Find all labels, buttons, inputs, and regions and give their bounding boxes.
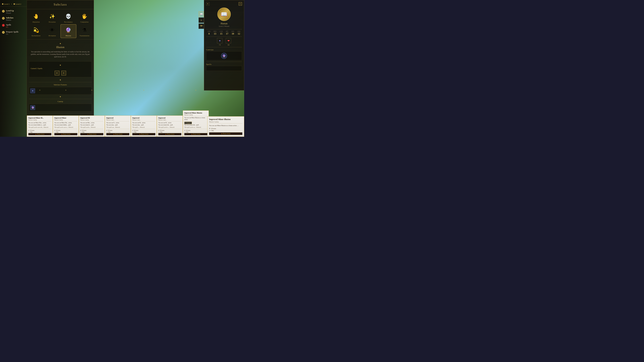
card1-range: ⇢ 18m xyxy=(28,131,51,133)
subclass-option-illusion[interactable]: 🔮 Illusion xyxy=(60,24,76,38)
nav-icon-book[interactable]: 📖 xyxy=(198,11,204,17)
hp-icon: ❤ xyxy=(226,38,231,43)
right-panel-header: ⇱ × xyxy=(206,2,242,5)
feature-card-4[interactable]: Improved Illusion Cantr... You can cast … xyxy=(105,115,131,137)
sidebar-item-subclass[interactable]: ✓ Subclass Illusion xyxy=(0,15,27,22)
feature-card-6[interactable]: Improved Illusion Cantr... You can cast … xyxy=(157,115,183,137)
abjuration-label: Abjuration xyxy=(32,21,40,23)
card7-body2: You can remain hid... spell. xyxy=(184,124,207,126)
card2-action: ▲ Bonus Action xyxy=(54,133,77,135)
expand-button[interactable]: ⇱ xyxy=(206,2,210,5)
sidebar-item-prepare-spells[interactable]: ✓ Prepare Spells 5/5 xyxy=(0,29,27,36)
cha-label: CHA xyxy=(237,31,240,32)
level1-label: Level 1 xyxy=(4,3,10,5)
card4-body2: You can rema... spell. xyxy=(106,124,129,126)
character-name: Human xyxy=(206,22,242,25)
close-button[interactable]: × xyxy=(239,2,242,5)
sidebar-item-prepare-name: Prepare Spells xyxy=(6,31,18,33)
card7-note: This spell can be ca... Silenced. xyxy=(184,126,207,128)
sidebar-item-level-up-wizard[interactable]: ✓ Level Up Wizard xyxy=(0,8,27,15)
level1-dot xyxy=(2,3,3,5)
character-portrait: 📖 xyxy=(217,7,231,21)
wis-label: WIS xyxy=(232,31,234,32)
tooltip-subtitle: Illusion Cantrip xyxy=(209,121,242,123)
dex-label: DEX xyxy=(214,31,216,32)
card4-turns: ⟳20 turns xyxy=(106,130,129,131)
subclass-option-divination[interactable]: 👁 Divination xyxy=(44,24,60,38)
str-label: STR xyxy=(208,31,210,32)
scroll-arrow-2: ▲ xyxy=(53,89,79,91)
level1-tab[interactable]: Level 1 xyxy=(2,3,10,5)
illusion-label: Illusion xyxy=(66,35,71,36)
check-icon-subclass: ✓ xyxy=(2,17,5,19)
add-spell-button-1[interactable]: + xyxy=(55,71,59,75)
subclass-option-transmutation[interactable]: ⚗ Transmutation xyxy=(77,24,92,38)
level2-tab[interactable]: Level 2 xyxy=(14,3,21,5)
feature-card-3[interactable]: Improved Mi Illusion Cantrip You can cas… xyxy=(79,115,105,137)
hp-resource: ❤ 14 xyxy=(226,38,231,46)
left-sidebar: Level 1 • Level 2 ✓ Level Up Wizard ✓ Su… xyxy=(0,0,27,137)
card2-note: This spell can be cast w... Silenced. xyxy=(54,126,77,128)
subclass-option-abjuration[interactable]: 🤚 Abjuration xyxy=(28,10,44,24)
cantrip-spell-icon[interactable]: 🔮 xyxy=(221,53,227,59)
scroll-arrow-5: ▲ xyxy=(131,89,157,91)
card2-stats: ⟳20 turns ⇢18m xyxy=(54,129,77,133)
card1-note: This spell can be cast whi... Silenced. xyxy=(28,126,51,128)
subclass-option-enchantment[interactable]: 💫 Enchantment xyxy=(28,24,44,38)
spells-divider xyxy=(206,62,242,62)
card6-range: ⇢18m xyxy=(158,131,181,133)
resource-divider xyxy=(206,36,242,37)
enchantment-label: Enchantment xyxy=(32,35,40,36)
evocation-icon: ✨ xyxy=(48,12,56,20)
subclass-option-necromancy[interactable]: 💀 Necromancy xyxy=(60,10,76,24)
subclass-features-label: Subclass Features xyxy=(29,82,92,87)
card6-note: This spell can be c... Silenced. xyxy=(158,126,181,128)
nav-icon-map[interactable]: 🗺 xyxy=(198,23,204,29)
tooltip-card: Improved Minor Illusion Illusion Cantrip… xyxy=(207,116,244,137)
transmutation-label: Transmutation xyxy=(80,35,90,36)
card7-subtitle: Illusion Cantrip xyxy=(184,114,207,116)
inspect-badge[interactable]: T Inspect xyxy=(184,122,192,124)
character-class: Level 2 Wizard xyxy=(206,25,242,27)
tooltip-range: ⇢ 18m xyxy=(209,130,242,131)
card5-subtitle: Illusion Cantr... xyxy=(132,119,155,121)
evocation-label: Evocation xyxy=(49,21,56,23)
check-icon-prepare: ✓ xyxy=(2,31,5,34)
feature-card-1[interactable]: Improved Minor Ill... Illusion Cantrip Y… xyxy=(27,115,53,137)
spells-section-title: Spells xyxy=(206,63,242,65)
card3-note: This spell can be... Silenced. xyxy=(80,126,103,128)
card7-stats: ⟳20 turns ⇢18m xyxy=(184,129,207,133)
scroll-arrow-1: ▲ xyxy=(27,89,53,91)
necromancy-label: Necromancy xyxy=(64,21,72,23)
card6-title: Improved xyxy=(158,117,181,119)
card3-title: Improved Mi xyxy=(80,117,103,119)
feature-card-7[interactable]: Improved Minor Illusion Illusion Cantrip… xyxy=(183,110,209,137)
subclass-option-conjuration[interactable]: 🖐 Conjuration xyxy=(77,10,92,24)
illusion-icon: 🔮 xyxy=(64,26,72,34)
sidebar-item-spells[interactable]: ! Spells 0/2 xyxy=(0,22,27,29)
stat-int: INT 17 xyxy=(226,31,228,35)
add-spell-button-2[interactable]: + xyxy=(62,71,66,75)
card4-body1: You can cast N... action. xyxy=(106,122,129,124)
card5-note: This spell c... Silenced. xyxy=(132,126,155,128)
necromancy-icon: 💀 xyxy=(64,12,72,20)
scroll-arrow-6: ▲ xyxy=(157,89,183,91)
dex-value: 13 xyxy=(214,32,216,35)
tooltip-range-icon: ⇢ xyxy=(209,130,210,131)
card4-range: ⇢18m xyxy=(106,131,129,133)
feature-card-5[interactable]: Improved Illusion Cantr... You can cast … xyxy=(131,115,157,137)
feature-card-2[interactable]: Improved Minor Illusion Cantrip You can … xyxy=(53,115,79,137)
card5-range: ⇢18m xyxy=(132,131,155,133)
scroll-arrow-4: ▲ xyxy=(105,89,131,91)
subclass-option-evocation[interactable]: ✨ Evocation xyxy=(44,10,60,24)
warn-icon-spells: ! xyxy=(2,24,5,27)
card1-action: ▲ Bonus Action xyxy=(28,133,51,135)
gained-spells-header: Gained 2 Spells xyxy=(31,67,90,69)
card4-action: ▲ Bonus Action xyxy=(106,133,129,135)
card1-stats: ⟳ 10 turns ⇢ 18m xyxy=(28,129,51,133)
nav-icon-character[interactable]: ⚔ xyxy=(198,17,204,23)
spell-slots-resource: ✦ +1 xyxy=(217,38,222,46)
card6-turns: ⟳20 turns xyxy=(158,130,181,131)
card3-range: ⇢18m xyxy=(80,131,103,133)
cha-value: 12 xyxy=(238,32,240,35)
